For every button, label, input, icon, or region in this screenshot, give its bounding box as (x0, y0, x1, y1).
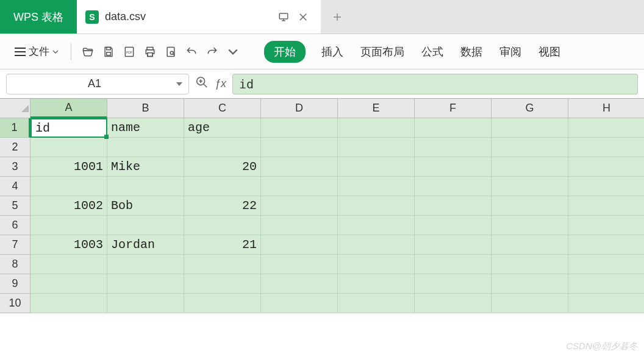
cell[interactable]: 20 (184, 157, 261, 177)
cell[interactable]: 1002 (30, 196, 107, 216)
cell[interactable] (415, 294, 492, 313)
cell[interactable] (184, 138, 261, 157)
cell[interactable] (568, 216, 644, 235)
row-header[interactable]: 4 (0, 177, 30, 196)
cell[interactable] (338, 235, 415, 255)
cell[interactable] (107, 216, 184, 235)
print-preview-icon[interactable] (163, 44, 179, 60)
cell[interactable] (568, 274, 644, 294)
cell[interactable] (107, 177, 184, 196)
toolbar-dropdown-icon[interactable] (225, 44, 241, 60)
cell[interactable] (492, 157, 568, 177)
cell[interactable] (568, 235, 644, 255)
cell[interactable] (415, 177, 492, 196)
cell[interactable] (415, 196, 492, 216)
ribbon-tab[interactable]: 审阅 (498, 41, 523, 63)
cell[interactable] (568, 138, 644, 157)
cell[interactable] (261, 177, 338, 196)
column-header[interactable]: G (492, 99, 568, 118)
cell[interactable] (568, 118, 644, 138)
cell[interactable] (415, 157, 492, 177)
cell[interactable] (338, 216, 415, 235)
cell[interactable]: 22 (184, 196, 261, 216)
ribbon-tab[interactable]: 开始 (264, 41, 306, 63)
cell[interactable] (492, 118, 568, 138)
cell[interactable] (492, 216, 568, 235)
cell[interactable]: age (184, 118, 261, 138)
cell[interactable] (30, 138, 107, 157)
row-header[interactable]: 8 (0, 255, 30, 274)
column-header[interactable]: B (107, 99, 184, 118)
cell[interactable] (30, 294, 107, 313)
screen-share-icon[interactable] (278, 12, 289, 23)
column-header[interactable]: C (184, 99, 261, 118)
cell[interactable]: Jordan (107, 235, 184, 255)
column-header[interactable]: H (568, 99, 644, 118)
cell[interactable] (415, 118, 492, 138)
ribbon-tab[interactable]: 数据 (459, 41, 484, 63)
cell[interactable] (261, 138, 338, 157)
cell[interactable]: Bob (107, 196, 184, 216)
cell[interactable]: Mike (107, 157, 184, 177)
fx-icon[interactable]: ƒx (215, 77, 226, 90)
cell[interactable]: name (107, 118, 184, 138)
cell[interactable] (568, 177, 644, 196)
cell[interactable] (184, 177, 261, 196)
row-header[interactable]: 10 (0, 294, 30, 313)
open-icon[interactable] (80, 44, 96, 60)
cell[interactable] (338, 255, 415, 274)
cell[interactable] (107, 138, 184, 157)
cell[interactable] (261, 235, 338, 255)
cell[interactable] (30, 274, 107, 294)
cell[interactable] (261, 157, 338, 177)
cell[interactable] (184, 255, 261, 274)
cell[interactable] (415, 255, 492, 274)
ribbon-tab[interactable]: 插入 (320, 41, 345, 63)
new-tab-button[interactable] (321, 0, 354, 34)
ribbon-tab[interactable]: 页面布局 (359, 41, 406, 63)
cell[interactable] (30, 177, 107, 196)
name-box[interactable]: A1 (6, 74, 189, 94)
cell[interactable] (184, 216, 261, 235)
select-all-corner[interactable] (0, 99, 30, 118)
column-header[interactable]: A (30, 99, 107, 118)
cell[interactable] (568, 255, 644, 274)
cell[interactable] (415, 235, 492, 255)
cell[interactable] (492, 138, 568, 157)
file-menu-button[interactable]: 文件 (11, 42, 62, 61)
row-header[interactable]: 6 (0, 216, 30, 235)
export-pdf-icon[interactable]: PDF (121, 44, 137, 60)
formula-input[interactable]: id (232, 74, 638, 94)
cell[interactable]: 1003 (30, 235, 107, 255)
row-header[interactable]: 7 (0, 235, 30, 255)
cell[interactable] (492, 177, 568, 196)
cell[interactable] (415, 138, 492, 157)
zoom-icon[interactable] (195, 76, 209, 92)
column-header[interactable]: E (338, 99, 415, 118)
column-header[interactable]: F (415, 99, 492, 118)
cell[interactable] (184, 294, 261, 313)
cell[interactable] (107, 294, 184, 313)
cell[interactable] (492, 235, 568, 255)
cell[interactable] (261, 118, 338, 138)
row-header[interactable]: 2 (0, 138, 30, 157)
cell[interactable] (415, 216, 492, 235)
cell[interactable] (568, 294, 644, 313)
cell[interactable] (338, 138, 415, 157)
redo-icon[interactable] (204, 44, 220, 60)
cell[interactable] (261, 274, 338, 294)
cell[interactable] (184, 274, 261, 294)
cell[interactable] (30, 216, 107, 235)
cell[interactable] (415, 274, 492, 294)
ribbon-tab[interactable]: 公式 (420, 41, 445, 63)
row-header[interactable]: 5 (0, 196, 30, 216)
cell[interactable] (568, 196, 644, 216)
cell[interactable] (492, 274, 568, 294)
undo-icon[interactable] (184, 44, 199, 60)
cell[interactable]: id (30, 118, 107, 138)
file-tab[interactable]: S data.csv (77, 0, 321, 34)
column-header[interactable]: D (261, 99, 338, 118)
cell[interactable] (261, 294, 338, 313)
row-header[interactable]: 1 (0, 118, 30, 138)
cell[interactable] (107, 274, 184, 294)
